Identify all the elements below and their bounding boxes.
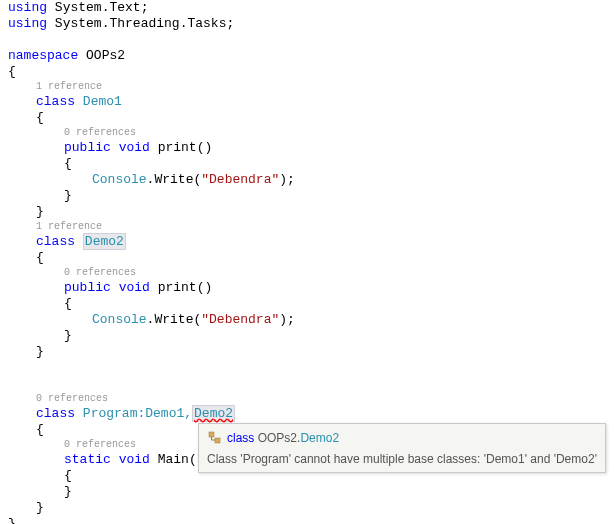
console-write-1[interactable]: Console.Write("Debendra");	[0, 172, 614, 188]
static-keyword: static	[64, 452, 111, 467]
codelens-print2[interactable]: 0 references	[0, 266, 614, 280]
string-literal-1: "Debendra"	[201, 172, 279, 187]
tooltip-error-message: Class 'Program' cannot have multiple bas…	[207, 452, 597, 466]
codelens-demo1[interactable]: 1 reference	[0, 80, 614, 94]
base-list: :Demo1,	[137, 406, 192, 421]
brace-close-print2[interactable]: }	[0, 328, 614, 344]
using-line-2[interactable]: using System.Threading.Tasks;	[0, 16, 614, 32]
console-class: Console	[92, 312, 147, 327]
brace-close-demo1[interactable]: }	[0, 204, 614, 220]
write-method: Write	[154, 312, 193, 327]
method-name-main: Main	[158, 452, 189, 467]
method-name-print1: print	[158, 140, 197, 155]
using-line-1[interactable]: using System.Text;	[0, 0, 614, 16]
brace-open-print2[interactable]: {	[0, 296, 614, 312]
error-tooltip: class OOPs2.Demo2 Class 'Program' cannot…	[198, 423, 606, 473]
blank-line	[0, 360, 614, 376]
brace-open-demo1[interactable]: {	[0, 110, 614, 126]
blank-line	[0, 376, 614, 392]
brace-close-main[interactable]: }	[0, 484, 614, 500]
codelens-program[interactable]: 0 references	[0, 392, 614, 406]
namespace-text: System.Text	[55, 0, 141, 15]
void-keyword: void	[119, 140, 150, 155]
namespace-line[interactable]: namespace OOPs2	[0, 48, 614, 64]
tooltip-header: class OOPs2.Demo2	[207, 430, 597, 446]
namespace-keyword: namespace	[8, 48, 78, 63]
method-print1-decl[interactable]: public void print()	[0, 140, 614, 156]
void-keyword: void	[119, 280, 150, 295]
namespace-text: System.Threading.Tasks	[55, 16, 227, 31]
brace-open-demo2[interactable]: {	[0, 250, 614, 266]
class-icon	[207, 430, 223, 446]
semicolon: ;	[141, 0, 149, 15]
method-print2-decl[interactable]: public void print()	[0, 280, 614, 296]
class-keyword: class	[36, 406, 75, 421]
classname-demo1: Demo1	[83, 94, 122, 109]
class-program-decl[interactable]: class Program:Demo1,Demo2	[0, 406, 614, 422]
svg-rect-1	[215, 438, 220, 443]
brace-open-print1[interactable]: {	[0, 156, 614, 172]
classname-demo2: Demo2	[83, 233, 126, 250]
class-keyword: class	[36, 234, 75, 249]
using-keyword: using	[8, 0, 47, 15]
class-demo2-decl[interactable]: class Demo2	[0, 234, 614, 250]
semicolon: ;	[226, 16, 234, 31]
svg-rect-0	[209, 432, 214, 437]
namespace-name: OOPs2	[86, 48, 125, 63]
brace-close-program[interactable]: }	[0, 500, 614, 516]
public-keyword: public	[64, 280, 111, 295]
blank-line	[0, 32, 614, 48]
public-keyword: public	[64, 140, 111, 155]
class-keyword: class	[36, 94, 75, 109]
base-demo2-error: Demo2	[192, 405, 235, 422]
codelens-demo2[interactable]: 1 reference	[0, 220, 614, 234]
classname-program: Program	[83, 406, 138, 421]
console-write-2[interactable]: Console.Write("Debendra");	[0, 312, 614, 328]
brace-close-namespace[interactable]: }	[0, 516, 614, 524]
using-keyword: using	[8, 16, 47, 31]
class-demo1-decl[interactable]: class Demo1	[0, 94, 614, 110]
brace-close-demo2[interactable]: }	[0, 344, 614, 360]
parens: ()	[197, 280, 213, 295]
parens: ()	[197, 140, 213, 155]
write-method: Write	[154, 172, 193, 187]
brace-open-namespace[interactable]: {	[0, 64, 614, 80]
brace-close-print1[interactable]: }	[0, 188, 614, 204]
void-keyword: void	[119, 452, 150, 467]
tooltip-class-line: class OOPs2.Demo2	[227, 431, 339, 445]
console-class: Console	[92, 172, 147, 187]
string-literal-2: "Debendra"	[201, 312, 279, 327]
method-name-print2: print	[158, 280, 197, 295]
codelens-print1[interactable]: 0 references	[0, 126, 614, 140]
